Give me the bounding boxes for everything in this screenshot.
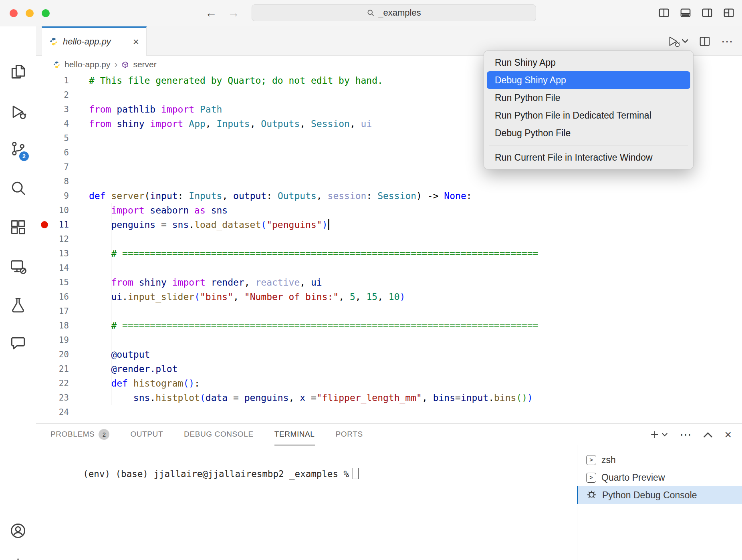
code-token: import (111, 205, 150, 216)
code-token: , (244, 277, 256, 288)
source-control-icon[interactable] (0, 137, 36, 160)
code-line[interactable]: 21 @render.plot (36, 362, 742, 376)
split-editor-icon[interactable] (699, 35, 711, 47)
menu-item-debug-python-file[interactable]: Debug Python File (487, 124, 690, 142)
command-center-search[interactable]: _examples (252, 4, 536, 21)
comments-icon[interactable] (0, 332, 36, 354)
line-number[interactable]: 10 (36, 203, 89, 218)
code-line[interactable]: 16 ui.input_slider("bins", "Number of bi… (36, 290, 742, 304)
toggle-sidebar-icon[interactable] (658, 7, 670, 19)
menu-item-debug-shiny-app[interactable]: Debug Shiny App (487, 71, 690, 89)
accounts-icon[interactable] (0, 520, 36, 542)
code-line[interactable]: 15 from shiny import render, reactive, u… (36, 275, 742, 290)
code-line[interactable]: 22 def histogram(): (36, 376, 742, 391)
line-number[interactable]: 4 (36, 117, 89, 131)
line-number[interactable]: 22 (36, 376, 89, 391)
run-dropdown-chevron-icon[interactable] (682, 39, 688, 43)
remote-explorer-icon[interactable] (0, 255, 36, 278)
line-number[interactable]: 1 (36, 73, 89, 88)
code-token: ( (200, 393, 206, 403)
tab-hello-app[interactable]: hello-app.py × (42, 26, 147, 56)
code-line[interactable]: 20 @output (36, 347, 742, 362)
breadcrumb-symbol[interactable]: server (133, 60, 156, 69)
code-line[interactable]: 11 penguins = sns.load_dataset("penguins… (36, 218, 742, 232)
line-number[interactable]: 2 (36, 88, 89, 102)
explorer-icon[interactable] (0, 60, 36, 83)
line-number[interactable]: 19 (36, 333, 89, 347)
terminal-output[interactable]: (env) (base) jjallaire@jjallairesmbp2 _e… (50, 457, 359, 489)
line-number[interactable]: 24 (36, 405, 89, 419)
panel-tab-terminal[interactable]: TERMINAL (274, 424, 315, 445)
line-number[interactable]: 17 (36, 304, 89, 318)
panel-tab-debug-console[interactable]: DEBUG CONSOLE (184, 424, 254, 445)
code-token (89, 349, 111, 360)
line-number[interactable]: 5 (36, 131, 89, 145)
editor-more-actions-icon[interactable]: ⋯ (721, 35, 733, 47)
toggle-secondary-sidebar-icon[interactable] (701, 7, 713, 19)
panel-tab-problems[interactable]: PROBLEMS2 (50, 424, 109, 445)
new-terminal-chevron-icon[interactable] (662, 433, 667, 437)
close-window-button[interactable] (10, 9, 18, 17)
code-token: "flipper_length_mm" (317, 393, 422, 403)
line-number[interactable]: 6 (36, 145, 89, 160)
line-number[interactable]: 9 (36, 189, 89, 203)
code-line[interactable]: 18 # ===================================… (36, 318, 742, 333)
terminal-session-python-debug-console[interactable]: Python Debug Console (577, 486, 742, 504)
code-token: Session (377, 191, 416, 201)
menu-item-run-python-file[interactable]: Run Python File (487, 89, 690, 107)
navigate-back-button[interactable]: ← (205, 5, 217, 21)
code-line[interactable]: 12 (36, 232, 742, 246)
code-line[interactable]: 8 (36, 174, 742, 189)
zoom-window-button[interactable] (42, 9, 50, 17)
line-number[interactable]: 12 (36, 232, 89, 246)
navigate-forward-button[interactable]: → (228, 5, 240, 21)
line-number[interactable]: 15 (36, 275, 89, 290)
panel-tab-output[interactable]: OUTPUT (130, 424, 163, 445)
testing-icon[interactable] (0, 294, 36, 316)
line-number[interactable]: 3 (36, 102, 89, 117)
code-line[interactable]: 23 sns.histplot(data = penguins, x ="fli… (36, 391, 742, 405)
line-number[interactable]: 13 (36, 246, 89, 261)
line-number[interactable]: 16 (36, 290, 89, 304)
settings-gear-icon[interactable] (0, 555, 36, 560)
code-line[interactable]: 13 # ===================================… (36, 246, 742, 261)
line-number[interactable]: 20 (36, 347, 89, 362)
terminal-session-quarto-preview[interactable]: >Quarto Preview (577, 469, 742, 486)
tab-close-icon[interactable]: × (133, 36, 139, 47)
breakpoint-dot[interactable] (41, 221, 48, 228)
panel-more-actions-icon[interactable]: ⋯ (679, 429, 692, 441)
code-token: import (150, 119, 189, 129)
search-sidebar-icon[interactable] (0, 177, 36, 199)
close-panel-icon[interactable]: × (724, 429, 732, 441)
line-number[interactable]: 8 (36, 174, 89, 189)
code-line[interactable]: 17 (36, 304, 742, 318)
line-number[interactable]: 14 (36, 261, 89, 275)
minimize-window-button[interactable] (26, 9, 34, 17)
line-number[interactable]: 11 (36, 218, 89, 232)
line-number[interactable]: 18 (36, 318, 89, 333)
panel-tab-ports[interactable]: PORTS (336, 424, 363, 445)
breadcrumb-file[interactable]: hello-app.py (65, 60, 110, 69)
extensions-icon[interactable] (0, 216, 36, 238)
menu-item-run-current-file-in-interactive-window[interactable]: Run Current File in Interactive Window (487, 149, 690, 166)
menu-item-run-python-file-in-dedicated-terminal[interactable]: Run Python File in Dedicated Terminal (487, 107, 690, 124)
new-terminal-button[interactable] (650, 430, 667, 439)
toggle-panel-icon[interactable] (679, 7, 692, 19)
code-token (89, 220, 111, 230)
line-number[interactable]: 23 (36, 391, 89, 405)
run-and-debug-icon[interactable] (0, 101, 36, 123)
code-token: server (111, 191, 144, 201)
code-line[interactable]: 24 (36, 405, 742, 419)
code-line[interactable]: 14 (36, 261, 742, 275)
code-line[interactable]: 10 import seaborn as sns (36, 203, 742, 218)
terminal-session-zsh[interactable]: >zsh (577, 451, 742, 469)
code-line[interactable]: 19 (36, 333, 742, 347)
code-token: Path (200, 104, 222, 115)
code-line[interactable]: 9def server(input: Inputs, output: Outpu… (36, 189, 742, 203)
run-python-file-button[interactable] (667, 35, 688, 47)
line-number[interactable]: 21 (36, 362, 89, 376)
maximize-panel-icon[interactable] (704, 431, 712, 438)
customize-layout-icon[interactable] (723, 7, 735, 19)
line-number[interactable]: 7 (36, 160, 89, 174)
menu-item-run-shiny-app[interactable]: Run Shiny App (487, 54, 690, 71)
